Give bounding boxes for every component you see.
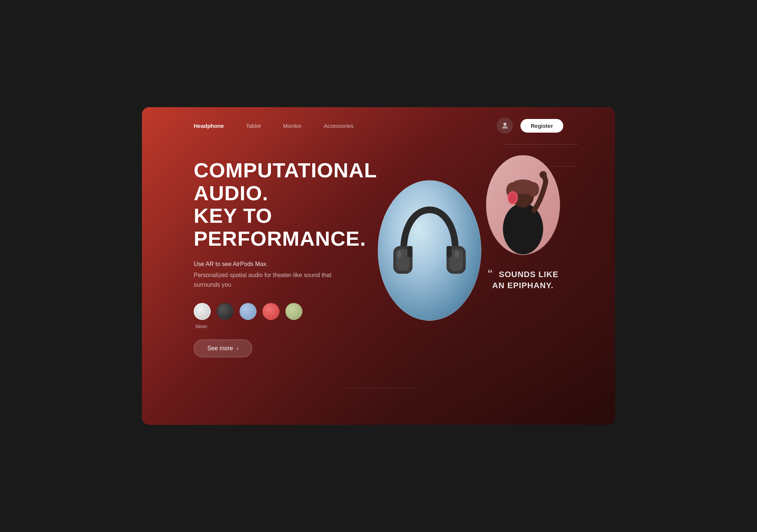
nav-accessories[interactable]: Accessories <box>324 123 354 129</box>
svg-rect-6 <box>447 246 452 257</box>
color-swatches <box>194 303 377 320</box>
quote-content: SOUNDS LIKE AN EPIPHANY. <box>492 270 559 290</box>
swatch-pink[interactable] <box>262 303 279 320</box>
hero-title-line1: COMPUTATIONAL AUDIO. <box>194 158 377 205</box>
svg-point-11 <box>503 203 543 255</box>
deco-line-bottom <box>342 388 415 388</box>
hero-title: COMPUTATIONAL AUDIO. KEY TO PERFORMANCE. <box>194 159 377 250</box>
main-content: COMPUTATIONAL AUDIO. KEY TO PERFORMANCE.… <box>142 144 615 357</box>
nav-headphone[interactable]: Headphone <box>194 123 224 129</box>
navbar: Headphone Tablet Monitor Accessories Reg… <box>142 107 615 144</box>
swatch-sky-blue[interactable] <box>240 303 257 320</box>
quote-text: “ SOUNDS LIKE AN EPIPHANY. <box>482 266 563 291</box>
see-more-label: See more <box>207 345 233 352</box>
left-section: COMPUTATIONAL AUDIO. KEY TO PERFORMANCE.… <box>194 151 377 357</box>
hero-description: Personalized spatial audio for theater-l… <box>194 270 342 289</box>
swatch-active-label: Silver <box>195 324 377 329</box>
nav-right: Register <box>497 117 563 134</box>
hero-subtitle: Use AR to see AirPods Max. <box>194 261 377 267</box>
swatch-silver[interactable] <box>194 303 211 320</box>
svg-point-7 <box>397 250 401 258</box>
right-section: “ SOUNDS LIKE AN EPIPHANY. <box>482 151 563 357</box>
svg-point-0 <box>503 123 506 126</box>
nav-links: Headphone Tablet Monitor Accessories <box>194 123 354 129</box>
person-oval <box>486 155 560 255</box>
headphone-illustration <box>385 202 474 299</box>
swatch-space-gray[interactable] <box>217 303 234 320</box>
swatch-green[interactable] <box>285 303 302 320</box>
nav-tablet[interactable]: Tablet <box>246 123 261 129</box>
svg-point-16 <box>539 171 547 178</box>
browser-window: Headphone Tablet Monitor Accessories Reg… <box>142 107 615 425</box>
hero-title-line2: KEY TO PERFORMANCE. <box>194 204 366 250</box>
svg-rect-5 <box>407 246 413 257</box>
nav-monitor[interactable]: Monitor <box>283 123 302 129</box>
center-section <box>377 144 482 357</box>
user-icon <box>500 121 509 130</box>
user-avatar-button[interactable] <box>497 117 513 134</box>
see-more-button[interactable]: See more › <box>194 340 252 357</box>
person-image <box>486 156 560 255</box>
register-button[interactable]: Register <box>520 119 563 133</box>
chevron-icon: › <box>237 345 238 351</box>
svg-point-18 <box>509 192 516 203</box>
svg-point-15 <box>527 182 539 197</box>
quote-mark: “ <box>487 267 493 279</box>
headphone-oval <box>378 180 481 321</box>
svg-point-8 <box>455 250 459 258</box>
